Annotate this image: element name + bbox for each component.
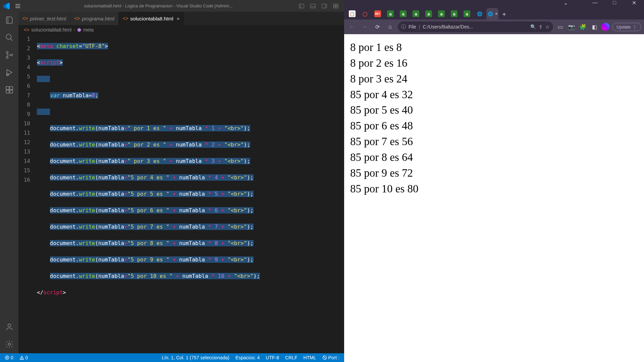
update-button[interactable]: Update⋮ (612, 23, 641, 31)
output-line: 85 por 8 es 64 (350, 149, 638, 165)
extensions-icon[interactable] (4, 85, 14, 95)
page-content: 8 por 1 es 8 8 por 2 es 16 8 por 3 es 24… (344, 34, 644, 362)
zoom-icon[interactable]: 🔍 (530, 24, 536, 29)
layout-panel-right-icon[interactable] (319, 2, 330, 10)
svg-point-26 (21, 359, 22, 359)
symbol-icon: ⬢ (77, 27, 81, 33)
home-icon[interactable]: ⌂ (385, 22, 395, 32)
svg-point-13 (6, 57, 8, 58)
new-tab-button[interactable]: + (499, 9, 509, 19)
vscode-titlebar: soluciontabla8.html - Logica de Programa… (0, 0, 344, 12)
code-editor[interactable]: 12345678910111213141516 <meta charset="U… (18, 35, 344, 353)
code-lines[interactable]: <meta charset="UTF-8"> <script> var numT… (37, 35, 344, 353)
svg-rect-7 (336, 4, 338, 6)
svg-point-12 (6, 52, 8, 53)
svg-rect-6 (333, 4, 335, 6)
browser-tab[interactable]: a (397, 8, 409, 19)
svg-line-28 (323, 356, 326, 359)
status-cursor[interactable]: Lín. 1, Col. 1 (757 seleccionada) (160, 355, 231, 360)
collection-icon[interactable]: ▭ (556, 22, 565, 31)
sidebar-icon[interactable]: ◧ (590, 22, 599, 31)
svg-point-10 (6, 34, 11, 39)
line-numbers: 12345678910111213141516 (18, 35, 37, 353)
browser-tab[interactable]: 📋 (346, 8, 358, 19)
svg-point-14 (10, 54, 12, 56)
layout-panel-bottom-icon[interactable] (307, 2, 319, 10)
close-icon[interactable]: × (495, 11, 498, 16)
camera-icon[interactable]: 📷 (567, 22, 576, 31)
svg-rect-18 (6, 90, 9, 93)
search-icon[interactable] (4, 33, 14, 43)
browser-tab[interactable]: a (461, 8, 473, 19)
status-port[interactable]: Port : (320, 355, 341, 360)
svg-rect-0 (299, 4, 304, 8)
browser-tab[interactable]: ◯ (359, 8, 371, 19)
close-icon[interactable]: ✕ (631, 0, 637, 6)
html-file-icon: <> (22, 16, 28, 21)
chevron-down-icon[interactable]: ⌄ (562, 0, 569, 6)
browser-tab[interactable]: a (410, 8, 422, 19)
output-line: 8 por 3 es 24 (350, 71, 638, 87)
chevron-right-icon: › (73, 27, 75, 33)
info-icon[interactable]: ⓘ (401, 24, 406, 30)
output-line: 85 por 4 es 32 (350, 87, 638, 103)
url-input[interactable]: ⓘ File | C:/Users/Baltazar/Des... 🔍 ⇪ ☆ (398, 21, 553, 32)
tab-programa[interactable]: <>programa.html (70, 12, 119, 25)
status-bar: 0 0 Lín. 1, Col. 1 (757 seleccionada) Es… (0, 353, 344, 362)
bookmark-icon[interactable]: ☆ (545, 24, 550, 29)
settings-gear-icon[interactable] (4, 339, 14, 349)
url-text: C:/Users/Baltazar/Des... (423, 24, 528, 29)
output-line: 85 por 9 es 72 (350, 165, 638, 181)
close-icon[interactable]: × (177, 16, 180, 21)
minimize-icon[interactable]: — (592, 0, 598, 6)
breadcrumb[interactable]: <> soluciontabla8.html › ⬢ meta (18, 25, 344, 35)
editor-tabs: <>primer_test.html <>programa.html <>sol… (18, 12, 344, 25)
output-line: 85 por 5 es 40 (350, 102, 638, 118)
extensions-icon[interactable]: 🧩 (579, 22, 587, 31)
browser-tab-active[interactable]: 🌐× (486, 8, 498, 19)
browser-tab[interactable]: a (448, 8, 460, 19)
status-spaces[interactable]: Espacios: 4 (233, 355, 262, 360)
output-line: 8 por 2 es 16 (350, 55, 638, 71)
browser-tab[interactable]: a (435, 8, 447, 19)
svg-rect-2 (311, 4, 315, 8)
editor-area: <>primer_test.html <>programa.html <>sol… (18, 12, 344, 353)
status-encoding[interactable]: UTF-8 (264, 355, 281, 360)
profile-avatar[interactable] (601, 23, 609, 31)
run-debug-icon[interactable] (4, 67, 14, 77)
explorer-icon[interactable] (4, 15, 14, 25)
source-control-icon[interactable] (4, 50, 14, 60)
browser-tab[interactable]: 🌐 (474, 8, 486, 19)
tab-soluciontabla8[interactable]: <>soluciontabla8.html× (119, 12, 184, 25)
address-bar: ← → ⟳ ⌂ ⓘ File | C:/Users/Baltazar/Des..… (344, 19, 644, 34)
svg-rect-4 (322, 4, 327, 8)
svg-rect-17 (10, 86, 13, 89)
layout-panel-left-icon[interactable] (296, 2, 307, 10)
browser-tabs: 📋 ◯ 6k+ a a a a a a a 🌐 🌐× + (344, 5, 644, 19)
html-file-icon: <> (74, 16, 80, 21)
svg-point-21 (8, 343, 10, 346)
window-title: soluciontabla8.html - Logica de Programa… (25, 3, 292, 8)
tab-primer-test[interactable]: <>primer_test.html (18, 12, 70, 25)
status-warnings[interactable]: 0 (17, 355, 30, 360)
maximize-icon[interactable]: □ (611, 0, 618, 6)
share-icon[interactable]: ⇪ (539, 24, 543, 29)
menu-icon[interactable] (15, 3, 21, 9)
status-errors[interactable]: 0 (3, 355, 15, 360)
status-language[interactable]: HTML (302, 355, 318, 360)
status-eol[interactable]: CRLF (283, 355, 300, 360)
browser-tab[interactable]: 6k+ (372, 8, 384, 19)
back-icon[interactable]: ← (347, 22, 357, 32)
reload-icon[interactable]: ⟳ (372, 22, 382, 32)
account-icon[interactable] (4, 322, 14, 332)
browser-tab[interactable]: a (384, 8, 396, 19)
browser-tab[interactable]: a (423, 8, 435, 19)
forward-icon[interactable]: → (360, 22, 370, 32)
vscode-logo-icon (3, 2, 11, 10)
output-line: 85 por 6 es 48 (350, 118, 638, 134)
svg-point-20 (8, 324, 11, 327)
svg-rect-16 (6, 86, 9, 89)
html-file-icon: <> (24, 27, 29, 33)
layout-customize-icon[interactable] (330, 2, 341, 10)
window-controls: ⌄ — □ ✕ (344, 0, 644, 5)
